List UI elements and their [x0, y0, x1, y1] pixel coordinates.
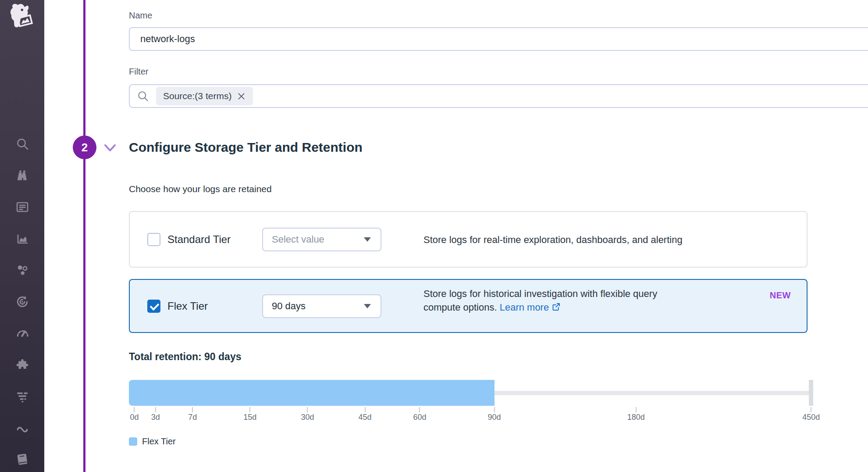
- step-number: 2: [82, 141, 88, 154]
- integrations-puzzle-icon[interactable]: [15, 358, 30, 372]
- axis-tick-90d: [494, 407, 495, 412]
- metrics-chart-icon[interactable]: [15, 231, 30, 246]
- axis-tick-label-90d: 90d: [488, 412, 501, 422]
- name-input-value: network-logs: [140, 33, 195, 45]
- axis-tick-0d: [134, 407, 135, 412]
- section-subtitle: Choose how your logs are retained: [129, 183, 272, 195]
- standard-tier-checkbox[interactable]: [147, 233, 160, 246]
- axis-tick-label-3d: 3d: [151, 412, 160, 422]
- learn-more-label: Learn more: [500, 302, 549, 313]
- axis-tick-30d: [307, 407, 308, 412]
- logs-filter-icon[interactable]: [15, 389, 30, 404]
- chevron-down-icon[interactable]: [103, 141, 117, 154]
- flex-tier-legend-swatch: [129, 437, 137, 446]
- stepper-line: [83, 0, 85, 472]
- search-icon: [137, 90, 149, 102]
- axis-tick-label-7d: 7d: [188, 412, 197, 422]
- select-value: 90 days: [272, 300, 306, 312]
- flex-tier-label: Flex Tier: [167, 300, 208, 312]
- section-title: Configure Storage Tier and Retention: [129, 139, 363, 156]
- axis-tick-label-15d: 15d: [243, 412, 256, 422]
- filter-chip[interactable]: Source:(3 terms): [156, 87, 253, 105]
- sidebar: [0, 0, 44, 472]
- processes-hexagons-icon[interactable]: [15, 263, 30, 278]
- total-retention-heading: Total retention: 90 days: [129, 350, 241, 363]
- screen: Name network-logs Filter Source:(3 terms…: [0, 0, 868, 472]
- axis-tick-15d: [249, 407, 250, 412]
- flex-tier-card: Flex Tier 90 days Store logs for histori…: [129, 279, 808, 333]
- standard-tier-description: Store logs for real-time exploration, da…: [423, 232, 683, 246]
- step-2-badge: 2: [73, 136, 96, 159]
- select-placeholder: Select value: [272, 234, 324, 245]
- caret-down-icon: [364, 237, 371, 242]
- flex-tier-checkbox[interactable]: [147, 300, 160, 313]
- axis-tick-label-450d: 450d: [802, 412, 820, 422]
- flex-tier-bar: [129, 380, 494, 406]
- notebooks-book-icon[interactable]: [15, 452, 30, 467]
- flex-tier-retention-select[interactable]: 90 days: [262, 294, 381, 318]
- axis-tick-450d: [811, 407, 811, 412]
- synthetics-cycle-icon[interactable]: [15, 294, 30, 309]
- axis-tick-label-45d: 45d: [359, 412, 372, 422]
- retention-track: [494, 391, 812, 395]
- name-label: Name: [129, 9, 152, 22]
- new-badge: NEW: [770, 290, 791, 300]
- retention-axis-endcap: [809, 380, 813, 406]
- axis-tick-7d: [192, 407, 193, 412]
- search-icon[interactable]: [15, 136, 30, 151]
- axis-tick-60d: [419, 407, 420, 412]
- filter-chip-label: Source:(3 terms): [163, 91, 231, 101]
- pipelines-link-icon[interactable]: [15, 421, 30, 436]
- external-link-icon: [551, 302, 561, 311]
- axis-tick-label-60d: 60d: [413, 412, 426, 422]
- standard-tier-card: Standard Tier Select value Store logs fo…: [129, 211, 808, 268]
- name-input[interactable]: network-logs: [129, 27, 868, 51]
- datadog-logo-icon[interactable]: [6, 3, 35, 30]
- retention-chart: 0d3d7d15d30d45d60d90d180d450d: [129, 380, 813, 428]
- axis-tick-label-0d: 0d: [130, 412, 139, 422]
- watchdog-binoculars-icon[interactable]: [15, 168, 30, 183]
- axis-tick-45d: [365, 407, 366, 412]
- axis-tick-3d: [155, 407, 156, 412]
- events-list-icon[interactable]: [15, 200, 30, 215]
- flex-tier-legend-label: Flex Tier: [142, 436, 176, 447]
- axis-tick-label-180d: 180d: [627, 412, 645, 422]
- filter-label: Filter: [129, 65, 148, 78]
- monitors-gauge-icon[interactable]: [15, 326, 30, 341]
- caret-down-icon: [364, 304, 371, 308]
- filter-input[interactable]: Source:(3 terms): [129, 84, 868, 108]
- learn-more-link[interactable]: Learn more: [500, 302, 561, 313]
- chart-legend: Flex Tier: [129, 436, 176, 447]
- flex-tier-description: Store logs for historical investigation …: [423, 287, 687, 314]
- standard-tier-label: Standard Tier: [167, 233, 231, 246]
- axis-tick-180d: [636, 407, 637, 412]
- axis-tick-label-30d: 30d: [301, 412, 314, 422]
- remove-filter-icon[interactable]: [237, 92, 246, 101]
- standard-tier-retention-select[interactable]: Select value: [262, 228, 381, 251]
